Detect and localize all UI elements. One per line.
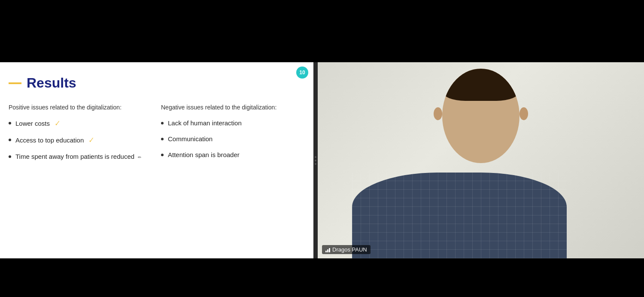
signal-icon (325, 247, 330, 252)
pencil-annotation: ✏ (138, 155, 141, 160)
participant-name-text: Dragos PAUN (332, 246, 367, 253)
screen-container: 10 Results Positive issues related to th… (0, 0, 644, 297)
person-shoulders (352, 173, 567, 258)
face-oval (442, 69, 519, 163)
negative-item-3: Attention span is broader (161, 151, 305, 158)
bullet-dot-3 (9, 155, 11, 158)
bullet-dot-1 (9, 122, 11, 124)
slide-badge: 10 (296, 67, 308, 79)
negative-text-2: Communication (168, 135, 213, 142)
webcam-panel: Dragos PAUN (318, 62, 644, 258)
main-row: 10 Results Positive issues related to th… (0, 62, 644, 258)
badge-number: 10 (299, 70, 305, 76)
neg-bullet-3 (161, 154, 164, 156)
slide-title-row: Results (9, 75, 305, 91)
positive-label-1: Lower costs (15, 120, 50, 127)
divider-dot (315, 160, 316, 161)
neg-bullet-1 (161, 122, 164, 124)
positive-item-2: Access to top education ✓ (9, 136, 152, 144)
negative-item-1: Lack of human interaction (161, 119, 305, 127)
negative-text-1: Lack of human interaction (168, 119, 242, 127)
positive-text-2: Access to top education ✓ (15, 136, 94, 144)
slide-content: 10 Results Positive issues related to th… (0, 62, 313, 258)
positive-item-3: Time spent away from patients is reduced… (9, 153, 152, 160)
negative-item-2: Communication (161, 135, 305, 142)
positive-text-3: Time spent away from patients is reduced… (15, 153, 141, 160)
col-negative: Negative issues related to the digitaliz… (157, 104, 305, 169)
hair (442, 69, 519, 101)
participant-name-label: Dragos PAUN (322, 245, 371, 254)
checkmark-1: ✓ (54, 119, 61, 128)
positive-text-1: Lower costs ✓ (15, 119, 60, 127)
positive-label-2: Access to top education (15, 136, 84, 144)
positive-label-3: Time spent away from patients is reduced (15, 153, 134, 160)
signal-bar-1 (325, 251, 327, 252)
slide-inner: 10 Results Positive issues related to th… (0, 62, 313, 258)
top-bar (0, 0, 644, 62)
negative-text-3: Attention span is broader (168, 151, 240, 158)
col-positive: Positive issues related to the digitaliz… (9, 104, 157, 169)
divider-dot (315, 163, 316, 165)
divider-dot (315, 156, 316, 158)
signal-bar-2 (327, 249, 328, 252)
title-dash-decoration (9, 82, 21, 84)
signal-bar-3 (329, 248, 330, 252)
panel-divider (313, 62, 318, 258)
divider-dots (315, 156, 316, 165)
slide-title: Results (27, 75, 76, 91)
negative-header: Negative issues related to the digitaliz… (161, 104, 305, 111)
webcam-video: Dragos PAUN (318, 62, 644, 258)
bottom-bar (0, 258, 644, 297)
face-container (438, 69, 524, 163)
slide-panel: 10 Results Positive issues related to th… (0, 62, 313, 258)
neg-bullet-2 (161, 138, 164, 140)
checkmark-2: ✓ (88, 136, 94, 145)
positive-item-1: Lower costs ✓ (9, 119, 152, 127)
bullet-dot-2 (9, 139, 11, 141)
slide-body: Positive issues related to the digitaliz… (9, 104, 305, 169)
shirt-pattern (352, 173, 567, 258)
positive-header: Positive issues related to the digitaliz… (9, 104, 152, 111)
ear-left (434, 107, 442, 120)
ear-right (519, 107, 528, 120)
